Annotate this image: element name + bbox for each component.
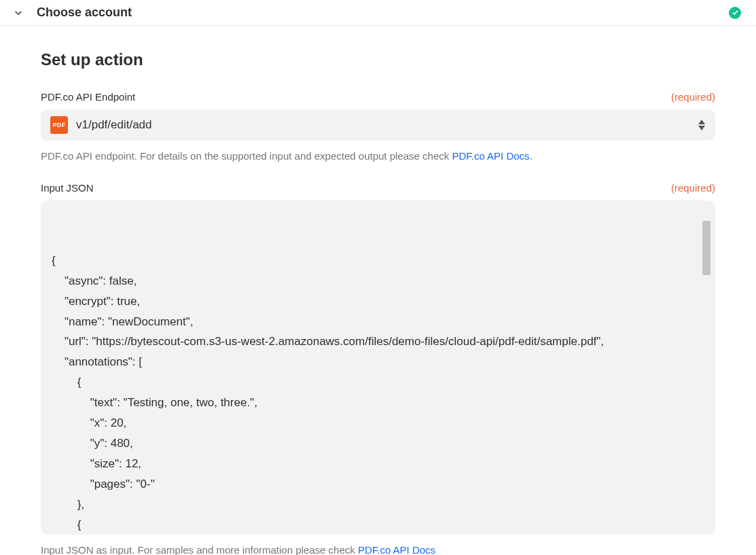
scrollbar[interactable] — [702, 207, 711, 528]
endpoint-helper: PDF.co API endpoint. For details on the … — [41, 149, 715, 163]
pdfco-icon: PDF — [50, 116, 68, 134]
select-sort-icon — [698, 120, 706, 130]
endpoint-select[interactable]: PDF v1/pdf/edit/add — [41, 109, 715, 141]
json-helper-prefix: Input JSON as input. For samples and mor… — [41, 544, 358, 555]
scroll-thumb[interactable] — [702, 221, 710, 275]
json-docs-link[interactable]: PDF.co API Docs — [358, 544, 435, 555]
endpoint-docs-link[interactable]: PDF.co API Docs — [452, 150, 529, 162]
endpoint-required: (required) — [671, 91, 715, 103]
section-title: Choose account — [37, 5, 132, 20]
json-content: { "async": false, "encrypt": true, "name… — [52, 251, 710, 535]
svg-marker-0 — [698, 120, 705, 124]
endpoint-value: v1/pdf/edit/add — [76, 118, 152, 132]
chevron-down-icon — [12, 7, 24, 19]
endpoint-helper-prefix: PDF.co API endpoint. For details on the … — [41, 150, 452, 162]
json-input[interactable]: { "async": false, "encrypt": true, "name… — [41, 200, 715, 535]
endpoint-label-row: PDF.co API Endpoint (required) — [41, 91, 715, 103]
scroll-down-icon[interactable] — [687, 520, 715, 528]
check-success-icon — [729, 7, 741, 19]
json-label-row: Input JSON (required) — [41, 182, 715, 194]
endpoint-field-group: PDF.co API Endpoint (required) PDF v1/pd… — [41, 91, 715, 163]
json-helper: Input JSON as input. For samples and mor… — [41, 543, 715, 555]
json-field-group: Input JSON (required) { "async": false, … — [41, 182, 715, 555]
header-left: Choose account — [12, 5, 132, 20]
svg-marker-1 — [698, 126, 705, 130]
endpoint-label: PDF.co API Endpoint — [41, 91, 135, 103]
choose-account-header[interactable]: Choose account — [0, 0, 756, 26]
endpoint-helper-suffix: . — [530, 150, 533, 162]
select-left: PDF v1/pdf/edit/add — [50, 116, 152, 134]
json-required: (required) — [671, 182, 715, 194]
content-area: Set up action PDF.co API Endpoint (requi… — [0, 26, 756, 555]
scroll-up-icon[interactable] — [687, 207, 715, 215]
page-title: Set up action — [41, 50, 715, 69]
json-label: Input JSON — [41, 182, 94, 194]
